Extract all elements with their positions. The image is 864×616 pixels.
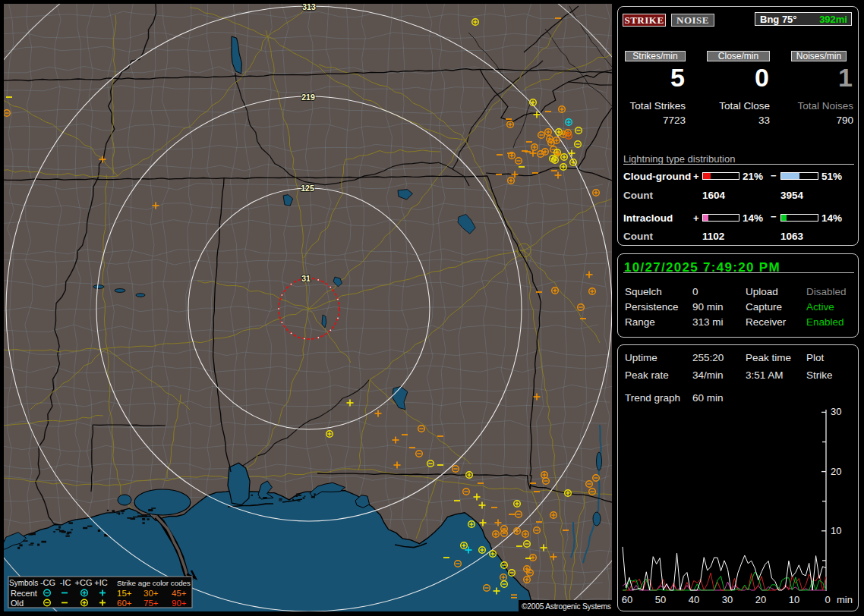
- svg-text:Symbols: Symbols: [9, 579, 38, 587]
- svg-text:Strike age color codes: Strike age color codes: [117, 579, 191, 587]
- svg-text:45+: 45+: [172, 589, 187, 598]
- svg-text:+CG: +CG: [75, 578, 93, 587]
- svg-text:Recent: Recent: [11, 589, 37, 598]
- svg-text:+IC: +IC: [94, 578, 107, 587]
- svg-text:30+: 30+: [143, 589, 159, 598]
- svg-text:Old: Old: [11, 599, 24, 608]
- svg-text:-CG: -CG: [40, 578, 55, 587]
- svg-text:-IC: -IC: [60, 578, 71, 587]
- svg-text:75+: 75+: [143, 599, 159, 608]
- svg-text:15+: 15+: [117, 589, 132, 598]
- svg-text:60+: 60+: [117, 599, 132, 608]
- svg-text:90+: 90+: [172, 599, 187, 608]
- svg-text:©2005 Astrogenic Systems: ©2005 Astrogenic Systems: [522, 602, 611, 611]
- svg-text:20: 20: [831, 466, 841, 477]
- svg-text:30: 30: [831, 406, 841, 417]
- svg-text:10: 10: [831, 525, 841, 536]
